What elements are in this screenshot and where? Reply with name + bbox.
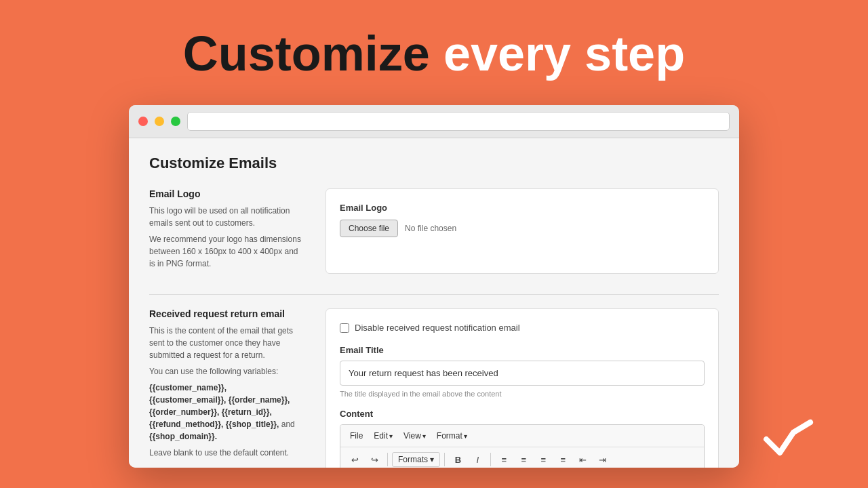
- browser-content: Customize Emails Email Logo This logo wi…: [129, 138, 739, 468]
- format-menu[interactable]: Format▾: [433, 429, 471, 443]
- variables-text: {{customer_name}}, {{customer_email}}, {…: [149, 382, 305, 443]
- bold-button[interactable]: B: [449, 451, 467, 468]
- toolbar-separator-3: [490, 453, 491, 466]
- url-bar[interactable]: [187, 112, 730, 131]
- email-logo-desc2: We recommend your logo has dimensions be…: [149, 233, 305, 270]
- email-logo-content: Email Logo Choose file No file chosen: [326, 188, 719, 274]
- email-logo-desc1: This logo will be used on all notificati…: [149, 205, 305, 229]
- title-part2: every step: [443, 26, 685, 81]
- redo-button[interactable]: ↪: [366, 451, 383, 468]
- outdent-button[interactable]: ⇤: [574, 451, 591, 468]
- disable-checkbox-row: Disable received request notification em…: [340, 323, 705, 333]
- browser-window: Customize Emails Email Logo This logo wi…: [129, 105, 739, 468]
- checkmark-svg: [763, 419, 814, 458]
- disable-checkbox-label: Disable received request notification em…: [355, 323, 520, 333]
- title-part1: Customize: [183, 26, 430, 81]
- italic-button[interactable]: I: [469, 451, 486, 468]
- align-center-button[interactable]: ≡: [515, 451, 532, 468]
- choose-file-button[interactable]: Choose file: [340, 220, 398, 237]
- editor-container: File Edit▾ View▾ Format▾ ↩ ↪ Formats ▾: [340, 424, 705, 468]
- align-right-button[interactable]: ≡: [534, 451, 552, 468]
- received-request-label: Received request return email This is th…: [149, 308, 305, 468]
- disable-checkbox[interactable]: [340, 323, 349, 333]
- received-request-section: Received request return email This is th…: [149, 308, 719, 468]
- formats-dropdown[interactable]: Formats ▾: [392, 452, 440, 467]
- edit-menu[interactable]: Edit▾: [370, 429, 397, 443]
- email-card: Disable received request notification em…: [326, 308, 719, 468]
- email-logo-label: Email Logo This logo will be used on all…: [149, 188, 305, 274]
- maximize-dot[interactable]: [171, 117, 180, 126]
- editor-toolbar-bottom: ↩ ↪ Formats ▾ B I ≡ ≡ ≡ ≡ ⇤: [340, 447, 704, 468]
- toolbar-separator-2: [444, 453, 445, 466]
- justify-button[interactable]: ≡: [554, 451, 572, 468]
- email-logo-field-label: Email Logo: [340, 203, 705, 213]
- checkmark-icon: [763, 419, 814, 461]
- divider: [149, 294, 719, 295]
- received-request-desc2: You can use the following variables:: [149, 365, 305, 378]
- editor-toolbar-top: File Edit▾ View▾ Format▾: [340, 425, 704, 447]
- content-heading: Customize Emails: [149, 155, 719, 172]
- close-dot[interactable]: [138, 117, 148, 126]
- minimize-dot[interactable]: [155, 117, 164, 126]
- view-menu[interactable]: View▾: [399, 429, 430, 443]
- content-label: Content: [340, 409, 705, 419]
- no-file-label: No file chosen: [405, 224, 456, 233]
- email-title-label: Email Title: [340, 345, 705, 355]
- received-request-desc3: Leave blank to use the default content.: [149, 447, 305, 459]
- align-left-button[interactable]: ≡: [495, 451, 513, 468]
- received-request-title: Received request return email: [149, 308, 305, 319]
- indent-button[interactable]: ⇥: [593, 451, 611, 468]
- email-logo-section: Email Logo This logo will be used on all…: [149, 188, 719, 274]
- email-title-hint: The title displayed in the email above t…: [340, 390, 705, 398]
- toolbar-separator-1: [387, 453, 388, 466]
- undo-button[interactable]: ↩: [346, 451, 363, 468]
- email-section-content: Disable received request notification em…: [326, 308, 719, 468]
- browser-bar: [129, 105, 739, 138]
- file-menu[interactable]: File: [346, 429, 367, 443]
- email-logo-title: Email Logo: [149, 188, 305, 199]
- page-title: Customize every step: [183, 27, 685, 81]
- received-request-desc1: This is the content of the email that ge…: [149, 325, 305, 361]
- email-title-input[interactable]: [340, 361, 705, 386]
- file-input-row: Choose file No file chosen: [340, 220, 705, 237]
